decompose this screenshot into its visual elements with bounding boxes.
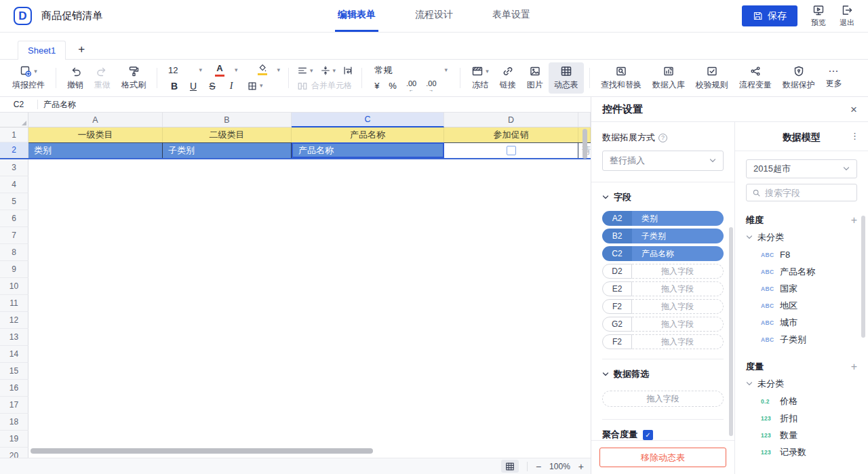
help-icon[interactable] xyxy=(658,134,667,142)
font-size-select[interactable]: 12 xyxy=(165,65,205,75)
data-protection-button[interactable]: 数据保护 xyxy=(777,62,821,94)
field-pill[interactable]: B2 子类别 xyxy=(602,229,724,243)
row-number[interactable]: 3 xyxy=(0,159,28,176)
row-number[interactable]: 16 xyxy=(0,380,28,397)
cell-a1[interactable]: 一级类目 xyxy=(28,127,163,142)
dataset-select[interactable]: 2015超市 xyxy=(746,159,857,178)
remove-dynamic-table-button[interactable]: 移除动态表 xyxy=(599,448,726,467)
vertical-scrollbar[interactable] xyxy=(583,129,587,159)
panel-scrollbar[interactable] xyxy=(729,227,733,436)
fill-color-button[interactable] xyxy=(256,64,269,75)
empty-cells[interactable] xyxy=(28,159,591,176)
cell-b1[interactable]: 二级类目 xyxy=(163,127,292,142)
close-icon[interactable] xyxy=(850,104,857,115)
row-number[interactable]: 7 xyxy=(0,227,28,244)
exit-button[interactable]: 退出 xyxy=(840,4,854,28)
row-number[interactable]: 18 xyxy=(0,414,28,431)
row-number[interactable]: 20 xyxy=(0,448,28,458)
empty-cells[interactable] xyxy=(28,295,591,312)
kebab-menu-icon[interactable] xyxy=(850,131,860,141)
field-pill[interactable]: E2 拖入字段 xyxy=(602,281,724,296)
field-pill[interactable]: F2 拖入字段 xyxy=(602,334,724,349)
panel-scrollbar[interactable] xyxy=(861,216,865,338)
preview-button[interactable]: 预览 xyxy=(811,4,826,28)
dimension-item[interactable]: ABC 国家 xyxy=(746,280,857,297)
field-pill[interactable]: D2 拖入字段 xyxy=(602,264,724,279)
link-button[interactable]: 链接 xyxy=(494,62,521,94)
cell-b2[interactable]: 子类别 xyxy=(163,142,292,158)
field-pill[interactable]: A2 类别 xyxy=(602,211,724,226)
dimension-item[interactable]: ABC 城市 xyxy=(746,314,857,331)
number-format-select[interactable]: 常规 xyxy=(370,64,452,77)
empty-cells[interactable] xyxy=(28,210,591,227)
underline-button[interactable]: U xyxy=(184,81,202,92)
row-number[interactable]: 6 xyxy=(0,210,28,227)
row-number[interactable]: 5 xyxy=(0,193,28,210)
chevron-down-icon[interactable] xyxy=(277,67,281,73)
empty-cells[interactable] xyxy=(28,193,591,210)
dynamic-table-button[interactable]: 动态表 xyxy=(549,62,584,94)
column-header-a[interactable]: A xyxy=(28,113,163,127)
column-header-c[interactable]: C xyxy=(292,113,444,127)
row-number[interactable]: 11 xyxy=(0,295,28,312)
empty-cells[interactable] xyxy=(28,227,591,244)
cell-d1[interactable]: 参加促销 xyxy=(444,127,578,142)
dimension-item[interactable]: ABC F8 xyxy=(746,246,857,263)
measure-item[interactable]: 123 记录数 xyxy=(746,443,857,460)
empty-cells[interactable] xyxy=(28,431,591,448)
redo-button[interactable]: 重做 xyxy=(89,62,116,94)
empty-cells[interactable] xyxy=(28,261,591,278)
field-pill[interactable]: F2 拖入字段 xyxy=(602,299,724,314)
row-number[interactable]: 1 xyxy=(0,127,28,142)
data-store-button[interactable]: 数据入库 xyxy=(647,62,690,94)
percent-format-button[interactable]: % xyxy=(389,81,397,91)
topbar-tab[interactable]: 表单设置 xyxy=(490,0,533,32)
empty-cells[interactable] xyxy=(28,278,591,295)
more-button[interactable]: ⋯ 更多 xyxy=(821,64,848,92)
empty-cells[interactable] xyxy=(28,329,591,346)
measures-group-row[interactable]: 未分类 xyxy=(746,375,857,393)
cell-c1[interactable]: 产品名称 xyxy=(292,127,444,142)
cell-d2[interactable] xyxy=(444,142,578,158)
cell-a2[interactable]: 类别 xyxy=(28,142,163,158)
format-painter-button[interactable]: 格式刷 xyxy=(116,62,151,94)
empty-cells[interactable] xyxy=(28,176,591,193)
freeze-button[interactable]: 冻结 xyxy=(466,62,494,94)
row-number[interactable]: 15 xyxy=(0,363,28,380)
formula-bar-value[interactable]: 产品名称 xyxy=(38,99,76,111)
empty-cells[interactable] xyxy=(28,363,591,380)
borders-button[interactable] xyxy=(247,80,263,92)
field-search-box[interactable] xyxy=(746,184,857,201)
search-input[interactable] xyxy=(765,188,851,198)
row-number[interactable]: 9 xyxy=(0,261,28,278)
row-number[interactable]: 17 xyxy=(0,397,28,414)
aggregate-checkbox[interactable] xyxy=(643,430,653,440)
row-number[interactable]: 2 xyxy=(0,142,28,158)
fill-widget-button[interactable]: 填报控件 xyxy=(7,62,50,94)
empty-cells[interactable] xyxy=(28,397,591,414)
row-number[interactable]: 8 xyxy=(0,244,28,261)
row-number[interactable]: 14 xyxy=(0,346,28,363)
add-dimension-button[interactable] xyxy=(851,215,857,226)
chevron-down-icon[interactable] xyxy=(235,67,238,73)
dimension-item[interactable]: ABC 地区 xyxy=(746,297,857,314)
image-button[interactable]: 图片 xyxy=(521,62,549,94)
cell-checkbox[interactable] xyxy=(507,146,516,155)
horizontal-scrollbar[interactable] xyxy=(31,448,373,454)
undo-button[interactable]: 撤销 xyxy=(62,62,89,94)
empty-cells[interactable] xyxy=(28,244,591,261)
measure-item[interactable]: 0.2 价格 xyxy=(746,393,857,410)
select-all-corner[interactable] xyxy=(0,113,28,127)
topbar-tab[interactable]: 流程设计 xyxy=(412,0,456,32)
currency-format-button[interactable]: ¥ xyxy=(374,81,379,91)
increase-decimal-button[interactable]: .00→ xyxy=(426,80,436,92)
topbar-tab[interactable]: 编辑表单 xyxy=(335,0,378,32)
dimension-item[interactable]: ABC 产品名称 xyxy=(746,263,857,280)
empty-cells[interactable] xyxy=(28,346,591,363)
bold-button[interactable]: B xyxy=(165,81,183,92)
vertical-align-button[interactable] xyxy=(320,64,336,77)
dimensions-group-row[interactable]: 未分类 xyxy=(746,229,857,246)
row-number[interactable]: 4 xyxy=(0,176,28,193)
flow-variable-button[interactable]: 流程变量 xyxy=(734,62,777,94)
grid-view-button[interactable] xyxy=(501,460,519,473)
